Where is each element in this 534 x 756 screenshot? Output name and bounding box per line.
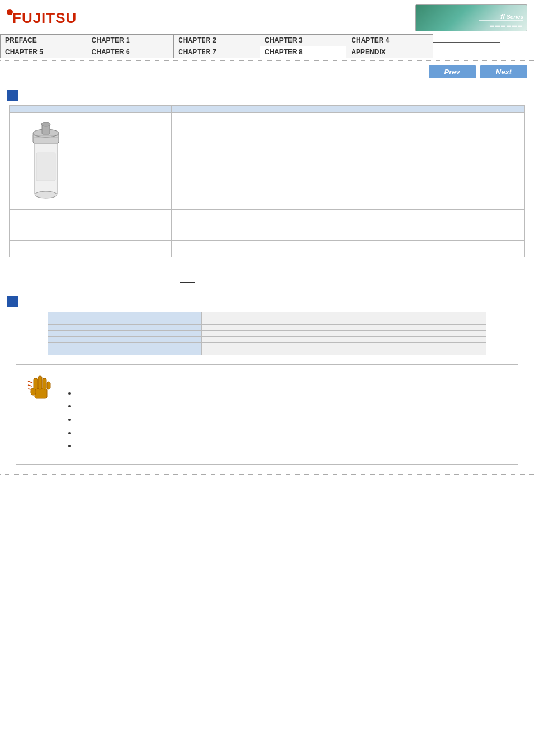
product-table-header-1 [10, 106, 82, 113]
cylinder-image [15, 116, 76, 206]
next-button[interactable]: Next [480, 65, 527, 78]
specs-table [48, 312, 486, 355]
svg-line-16 [28, 385, 32, 386]
bottom-separator [0, 474, 534, 475]
product-table-header-2 [82, 106, 172, 113]
spec-label-4 [48, 331, 202, 337]
nav-container: PREFACE CHAPTER 1 CHAPTER 2 CHAPTER 3 CH… [0, 34, 534, 58]
warning-item-4 [76, 427, 509, 439]
product-table-empty-4 [10, 241, 82, 257]
svg-line-17 [28, 389, 31, 389]
svg-rect-13 [43, 378, 46, 389]
spec-label-7 [48, 349, 202, 355]
svg-line-15 [28, 381, 32, 383]
spec-label-2 [48, 318, 202, 325]
table-row [10, 210, 525, 241]
spec-label-3 [48, 325, 202, 331]
table-row [48, 337, 486, 343]
table-row [48, 312, 486, 318]
paragraph-section [9, 271, 525, 292]
table-row [48, 318, 486, 325]
spec-value-1 [202, 312, 486, 318]
nav-chapter2[interactable]: CHAPTER 2 [174, 35, 260, 46]
table-row [48, 349, 486, 355]
spec-value-4 [202, 331, 486, 337]
table-row [48, 343, 486, 349]
product-table-empty-1 [10, 210, 82, 241]
warning-box [16, 364, 518, 465]
fi-series-text: fi Series ▬▬▬▬▬▬ [490, 12, 523, 29]
nav-appendix[interactable]: APPENDIX [346, 46, 433, 58]
svg-point-1 [35, 191, 57, 198]
prev-next-bar: Prev Next [0, 63, 534, 81]
product-table-empty-2 [82, 210, 172, 241]
product-table-empty-5 [82, 241, 172, 257]
product-table-header-3 [172, 106, 525, 113]
fi-series-banner: fi Series ▬▬▬▬▬▬ [415, 4, 527, 31]
svg-rect-11 [34, 378, 38, 389]
nav-chapter1[interactable]: CHAPTER 1 [87, 35, 174, 46]
svg-rect-6 [36, 153, 55, 181]
warning-item-2 [76, 400, 509, 412]
product-table [9, 105, 525, 257]
warning-item-3 [76, 414, 509, 426]
section-marker-2 [0, 292, 534, 312]
spec-value-7 [202, 349, 486, 355]
warning-item-1 [76, 387, 509, 400]
svg-point-5 [41, 122, 50, 126]
nav-chapter7[interactable]: CHAPTER 7 [174, 46, 260, 58]
nav-preface[interactable]: PREFACE [1, 35, 87, 46]
spec-value-2 [202, 318, 486, 325]
spec-label-1 [48, 312, 202, 318]
spec-value-6 [202, 343, 486, 349]
product-table-empty-6 [172, 241, 525, 257]
nav-chapter4[interactable]: CHAPTER 4 [346, 35, 433, 46]
warning-icon [25, 372, 56, 407]
fujitsu-logo: FUJITSU [7, 11, 77, 25]
nav-chapter8[interactable]: CHAPTER 8 [260, 46, 346, 58]
top-separator [0, 60, 534, 61]
product-table-empty-3 [172, 210, 525, 241]
warning-content [63, 372, 509, 453]
table-row [10, 113, 525, 210]
nav-chapter3[interactable]: CHAPTER 3 [260, 35, 346, 46]
warning-list [76, 387, 509, 452]
spec-label-5 [48, 337, 202, 343]
product-desc-cell [172, 113, 525, 210]
warning-item-5 [76, 440, 509, 452]
table-row [10, 241, 525, 257]
spec-value-3 [202, 325, 486, 331]
section-marker-1 [0, 85, 534, 105]
specs-section [0, 312, 534, 465]
page-header: FUJITSU fi Series ▬▬▬▬▬▬ [0, 0, 534, 34]
product-name-cell [82, 113, 172, 210]
table-row [48, 325, 486, 331]
prev-button[interactable]: Prev [429, 65, 476, 78]
spec-label-6 [48, 343, 202, 349]
main-content [0, 105, 534, 292]
table-row [48, 331, 486, 337]
brand-name: FUJITSU [12, 11, 77, 25]
nav-chapter5[interactable]: CHAPTER 5 [1, 46, 87, 58]
product-image-cell [10, 113, 82, 210]
nav-chapter6[interactable]: CHAPTER 6 [87, 46, 174, 58]
svg-rect-9 [35, 388, 47, 398]
nav-table: PREFACE CHAPTER 1 CHAPTER 2 CHAPTER 3 CH… [0, 34, 534, 58]
svg-rect-14 [47, 382, 50, 389]
svg-rect-12 [38, 376, 42, 389]
spec-value-5 [202, 337, 486, 343]
